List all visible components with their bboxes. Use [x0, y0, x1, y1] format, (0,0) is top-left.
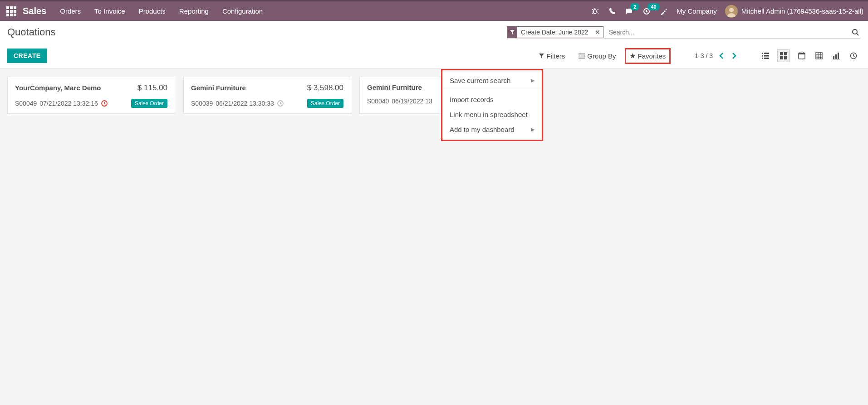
svg-rect-19 — [838, 53, 839, 59]
search-facet: Create Date: June 2022 ✕ — [507, 26, 603, 38]
svg-rect-5 — [764, 53, 769, 54]
search-icon[interactable] — [850, 29, 861, 36]
svg-rect-17 — [833, 56, 834, 59]
pager: 1-3 / 3 — [695, 51, 738, 61]
clock-icon — [277, 100, 284, 107]
svg-rect-13 — [784, 56, 787, 59]
favorites-label: Favorites — [638, 52, 666, 60]
menu-configuration[interactable]: Configuration — [222, 7, 263, 15]
filters-dropdown[interactable]: Filters — [536, 50, 568, 62]
groupby-label: Group By — [587, 52, 616, 60]
list-view-icon[interactable] — [760, 50, 771, 61]
kanban-card[interactable]: YourCompany, Marc Demo $ 115.00 S00049 0… — [7, 77, 175, 114]
svg-rect-6 — [762, 55, 763, 57]
card-title: YourCompany, Marc Demo — [15, 84, 101, 92]
kanban-view-icon[interactable] — [777, 49, 790, 62]
svg-rect-7 — [764, 55, 769, 57]
facet-label: Create Date: June 2022 — [517, 29, 592, 36]
avatar — [725, 5, 738, 18]
user-label: Mitchell Admin (17694536-saas-15-2-all) — [741, 7, 863, 15]
card-datetime: 06/21/2022 13:30:33 — [216, 100, 274, 107]
status-badge: Sales Order — [307, 99, 343, 108]
filters-label: Filters — [546, 52, 565, 60]
bug-icon[interactable] — [590, 7, 599, 16]
pager-count: 1-3 / 3 — [695, 52, 713, 59]
groupby-dropdown[interactable]: Group By — [576, 50, 618, 62]
card-order: S00049 — [15, 100, 37, 107]
svg-rect-18 — [835, 54, 837, 59]
favorites-menu: Save current search ▶ Import records Lin… — [441, 69, 543, 122]
search-options: Filters Group By Favorites 1-3 / 3 — [536, 49, 861, 62]
card-order: S00039 — [191, 100, 213, 107]
pager-prev-icon[interactable] — [717, 51, 726, 61]
card-title: Gemini Furniture — [191, 84, 246, 92]
svg-rect-16 — [816, 53, 822, 59]
card-order: S00040 — [367, 98, 389, 105]
card-title: Gemini Furniture — [367, 83, 422, 91]
menu-orders[interactable]: Orders — [60, 7, 81, 15]
status-badge: Sales Order — [131, 99, 167, 108]
apps-icon[interactable] — [5, 5, 18, 18]
user-menu[interactable]: Mitchell Admin (17694536-saas-15-2-all) — [725, 5, 863, 18]
nav-menus: Orders To Invoice Products Reporting Con… — [60, 7, 263, 15]
chat-badge: 2 — [630, 3, 639, 10]
menu-divider — [442, 90, 542, 90]
svg-point-3 — [853, 29, 857, 34]
phone-icon[interactable] — [608, 7, 617, 16]
view-switcher — [760, 49, 859, 62]
nav-right: 2 40 My Company Mitchell Admin (17694536… — [590, 5, 863, 18]
company-selector[interactable]: My Company — [677, 7, 716, 15]
activity-view-icon[interactable] — [848, 50, 859, 61]
card-datetime: 06/19/2022 13 — [392, 98, 432, 105]
kanban-card[interactable]: Gemini Furniture $ 3,598.00 S00039 06/21… — [183, 77, 351, 114]
filter-icon — [507, 27, 517, 38]
favorites-link-spreadsheet[interactable]: Link menu in spreadsheet — [442, 107, 542, 122]
graph-view-icon[interactable] — [831, 50, 842, 61]
calendar-view-icon[interactable] — [796, 50, 807, 61]
menu-reporting[interactable]: Reporting — [179, 7, 209, 15]
search-input[interactable] — [606, 27, 850, 38]
favorites-dropdown[interactable]: Favorites — [627, 50, 669, 62]
card-price: $ 115.00 — [137, 83, 167, 93]
facet-remove-icon[interactable]: ✕ — [592, 29, 603, 36]
kanban-area: YourCompany, Marc Demo $ 115.00 S00049 0… — [0, 68, 868, 122]
menu-products[interactable]: Products — [139, 7, 166, 15]
favorites-import-records[interactable]: Import records — [442, 92, 542, 107]
pager-next-icon[interactable] — [730, 51, 738, 61]
card-price: $ 3,598.00 — [307, 83, 343, 93]
control-bar: Quotations Create Date: June 2022 ✕ CREA… — [0, 21, 868, 68]
favorites-save-search[interactable]: Save current search ▶ — [442, 73, 542, 88]
svg-rect-8 — [762, 58, 763, 59]
tools-icon[interactable] — [659, 7, 668, 16]
activity-badge: 40 — [647, 3, 659, 10]
svg-rect-10 — [780, 52, 783, 55]
app-brand[interactable]: Sales — [23, 6, 46, 16]
svg-rect-9 — [764, 58, 769, 59]
svg-rect-15 — [799, 53, 805, 54]
create-button[interactable]: CREATE — [7, 49, 47, 63]
menu-to-invoice[interactable]: To Invoice — [94, 7, 125, 15]
svg-point-2 — [729, 8, 734, 12]
page-title: Quotations — [7, 26, 55, 38]
svg-rect-12 — [780, 56, 783, 59]
chat-icon[interactable]: 2 — [625, 7, 634, 16]
search-area: Create Date: June 2022 ✕ — [507, 26, 861, 39]
pivot-view-icon[interactable] — [814, 50, 824, 61]
card-datetime: 07/21/2022 13:32:16 — [39, 100, 98, 107]
svg-rect-4 — [762, 53, 763, 54]
clock-overdue-icon — [101, 100, 108, 107]
top-nav: Sales Orders To Invoice Products Reporti… — [0, 0, 868, 21]
activity-icon[interactable]: 40 — [642, 7, 651, 16]
caret-right-icon: ▶ — [531, 78, 535, 83]
svg-rect-11 — [784, 52, 787, 55]
